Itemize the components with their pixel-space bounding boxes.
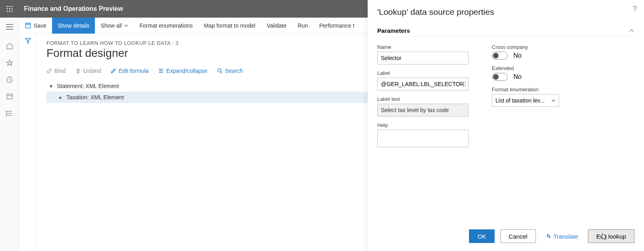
cross-company-value: No — [513, 52, 521, 59]
cross-company-label: Cross company — [492, 44, 559, 50]
format-enum-label: Format enumeration — [492, 86, 559, 92]
parameters-body: Name Label ▯ Label text Help Cross — [377, 44, 634, 147]
list-icon — [158, 68, 164, 74]
help-icon[interactable]: ? — [633, 5, 637, 13]
trash-icon — [75, 68, 81, 74]
save-button[interactable]: Save — [19, 18, 52, 34]
chevron-down-icon — [551, 99, 555, 102]
search-label: Search — [225, 68, 243, 74]
expand-collapse-label: Expand/collapse — [166, 68, 207, 74]
extended-group: Extended No — [492, 65, 559, 81]
svg-line-27 — [221, 72, 222, 73]
performance-button[interactable]: Performance t — [314, 18, 360, 34]
favorite-icon[interactable] — [6, 59, 13, 66]
svg-point-18 — [6, 111, 7, 112]
bind-action[interactable]: Bind — [46, 68, 66, 74]
properties-dialog: ? 'Lookup' data source properties Parame… — [368, 0, 644, 251]
show-all-button[interactable]: Show all — [95, 18, 134, 34]
workspace-icon[interactable] — [6, 93, 13, 100]
svg-point-26 — [218, 69, 221, 72]
svg-point-4 — [9, 8, 10, 10]
run-button[interactable]: Run — [292, 18, 314, 34]
validate-button[interactable]: Validate — [261, 18, 292, 34]
svg-point-1 — [9, 6, 10, 7]
parameters-section-header[interactable]: Parameters — [377, 27, 634, 37]
dialog-title: 'Lookup' data source properties — [377, 7, 634, 17]
svg-point-0 — [7, 6, 8, 7]
bind-label: Bind — [54, 68, 66, 74]
caret-right-icon: ▸ — [58, 94, 63, 100]
home-icon[interactable] — [6, 42, 13, 50]
filter-column — [19, 34, 37, 251]
format-enumerations-label: Format enumerations — [139, 22, 193, 29]
show-all-label: Show all — [101, 22, 122, 29]
translate-button[interactable]: Translate — [541, 229, 582, 243]
show-details-button[interactable]: Show details — [52, 18, 95, 34]
link-icon — [46, 68, 52, 74]
cancel-button[interactable]: Cancel — [500, 229, 536, 243]
svg-point-3 — [7, 8, 8, 10]
svg-point-6 — [7, 11, 8, 12]
format-enum-value: List of taxation lev... — [495, 97, 545, 104]
validate-label: Validate — [267, 22, 287, 29]
label-input[interactable] — [377, 78, 469, 90]
dialog-footer: OK Cancel Translate Edit lookup — [377, 222, 634, 251]
tree-item-label: Statement: XML Element — [57, 83, 119, 89]
label-label: Label — [377, 70, 469, 76]
name-label: Name — [377, 44, 469, 50]
label-field-group: Label ▯ — [377, 70, 469, 90]
svg-rect-13 — [7, 94, 12, 99]
svg-point-20 — [6, 115, 7, 116]
show-details-label: Show details — [58, 22, 89, 29]
edit-formula-action[interactable]: Edit formula — [111, 68, 149, 74]
svg-point-5 — [12, 8, 13, 10]
hamburger-icon[interactable] — [6, 24, 13, 30]
parameters-right-column: Cross company No Extended No Format enum… — [492, 44, 559, 147]
app-launcher-icon[interactable] — [0, 0, 19, 18]
svg-point-7 — [9, 11, 10, 12]
save-icon — [25, 22, 31, 29]
map-format-button[interactable]: Map format to model — [198, 18, 261, 34]
svg-point-19 — [6, 113, 7, 114]
format-enumerations-button[interactable]: Format enumerations — [134, 18, 198, 34]
cross-company-toggle[interactable] — [492, 52, 508, 60]
cross-company-group: Cross company No — [492, 44, 559, 60]
unbind-action[interactable]: Unbind — [75, 68, 101, 74]
name-field-group: Name — [377, 44, 469, 64]
map-format-label: Map format to model — [204, 22, 255, 29]
modules-icon[interactable] — [6, 110, 13, 117]
filter-icon[interactable] — [25, 38, 31, 251]
chevron-down-icon — [124, 24, 128, 27]
svg-point-2 — [12, 6, 13, 7]
recent-icon[interactable] — [6, 76, 13, 83]
edit-lookup-button[interactable]: Edit lookup — [588, 229, 634, 243]
label-text-field-group: Label text — [377, 96, 469, 116]
translate-icon — [545, 233, 551, 239]
app-title: Finance and Operations Preview — [19, 5, 123, 12]
name-input[interactable] — [377, 52, 469, 64]
extended-value: No — [513, 73, 521, 80]
expand-collapse-action[interactable]: Expand/collapse — [158, 68, 207, 74]
left-nav-rail — [0, 18, 19, 251]
help-input[interactable] — [377, 130, 469, 147]
format-enum-select[interactable]: List of taxation lev... — [492, 94, 559, 107]
tree-item-label: Taxation: XML Element — [66, 94, 124, 100]
performance-label: Performance t — [319, 22, 354, 29]
chevron-up-icon — [629, 29, 634, 33]
extended-toggle[interactable] — [492, 73, 508, 81]
pencil-icon — [111, 68, 116, 74]
section-title: Parameters — [377, 27, 410, 34]
parameters-left-column: Name Label ▯ Label text Help — [377, 44, 469, 147]
save-label: Save — [34, 22, 46, 29]
unbind-label: Unbind — [83, 68, 101, 74]
label-text-label: Label text — [377, 96, 469, 102]
format-enum-group: Format enumeration List of taxation lev.… — [492, 86, 559, 107]
caret-down-icon: ▾ — [48, 83, 54, 89]
extended-label: Extended — [492, 65, 559, 71]
svg-rect-21 — [26, 23, 30, 28]
ok-button[interactable]: OK — [469, 229, 495, 243]
translate-label: Translate — [553, 233, 578, 240]
help-field-group: Help — [377, 122, 469, 147]
label-lookup-icon[interactable]: ▯ — [463, 80, 466, 88]
search-action[interactable]: Search — [217, 68, 243, 74]
